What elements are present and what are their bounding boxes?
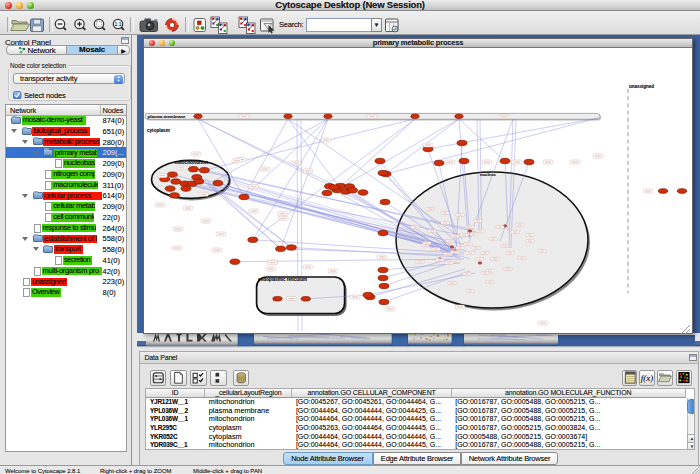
svg-text:endoplasmic reticulum: endoplasmic reticulum [258,277,307,282]
svg-text:unassigned: unassigned [629,84,654,89]
svg-text:1:1: 1:1 [115,21,122,27]
svg-text:plasma membrane: plasma membrane [148,114,186,119]
svg-text:mitochondrion: mitochondrion [174,160,208,165]
svg-text:f(x): f(x) [641,373,653,383]
svg-text:cytoplasm: cytoplasm [147,128,170,133]
svg-text:nucleus: nucleus [480,172,496,177]
